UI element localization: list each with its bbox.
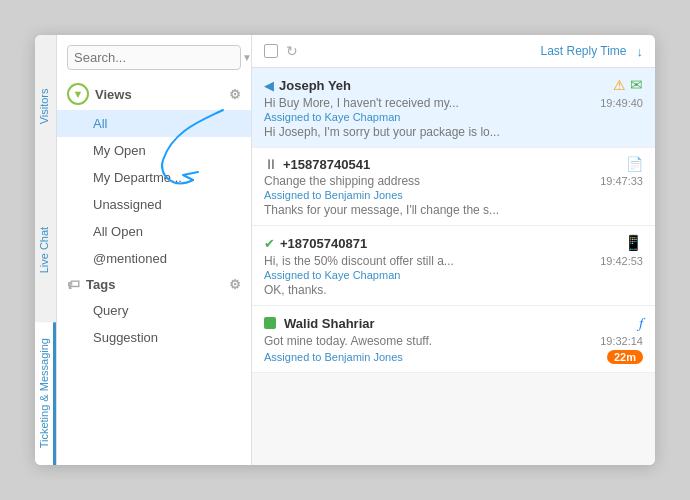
nav-item-allopen[interactable]: All Open — [57, 218, 251, 245]
conversation-list: ◀ Joseph Yeh ⚠ ✉ Hi Buy More, I haven't … — [252, 68, 655, 465]
nav-item-mentioned[interactable]: @mentioned — [57, 245, 251, 272]
conversation-item[interactable]: ✔ +18705740871 📱 Hi, is the 50% discount… — [252, 226, 655, 306]
convo-icons: 📱 — [624, 234, 643, 252]
search-bar[interactable]: ▼ 🔍 — [67, 45, 241, 70]
convo-assigned: Assigned to Benjamin Jones — [264, 189, 643, 201]
nav-item-query[interactable]: Query — [57, 297, 251, 324]
sort-direction-icon[interactable]: ↓ — [637, 44, 644, 59]
whatsapp-icon: 📱 — [624, 234, 643, 252]
dropdown-arrow-icon: ▼ — [242, 52, 252, 63]
convo-assigned: Assigned to Benjamin Jones — [264, 351, 403, 363]
convo-icons: 𝑓 — [639, 314, 643, 332]
convo-name: Walid Shahriar — [284, 316, 375, 331]
convo-name-row: ⏸ +15878740541 — [264, 156, 370, 172]
convo-preview: Hi Buy More, I haven't received my... — [264, 96, 459, 110]
email-icon: ✉ — [630, 76, 643, 94]
filter-icon: ▼ — [67, 83, 89, 105]
vertical-tab-list: Visitors Live Chat Ticketing & Messaging — [35, 35, 57, 465]
convo-top-row: ◀ Joseph Yeh ⚠ ✉ — [264, 76, 643, 94]
status-dot — [264, 317, 276, 329]
select-all-checkbox[interactable] — [264, 44, 278, 58]
convo-top-row: ✔ +18705740871 📱 — [264, 234, 643, 252]
tab-visitors[interactable]: Visitors — [35, 35, 56, 178]
convo-reply-preview: Thanks for your message, I'll change the… — [264, 203, 499, 217]
conversation-item[interactable]: ⏸ +15878740541 📄 Change the shipping add… — [252, 148, 655, 226]
convo-time: 19:47:33 — [600, 175, 643, 187]
nav-item-suggestion[interactable]: Suggestion — [57, 324, 251, 351]
views-gear-icon[interactable]: ⚙ — [229, 87, 241, 102]
convo-preview: Change the shipping address — [264, 174, 420, 188]
convo-name: +18705740871 — [280, 236, 367, 251]
nav-item-mydept[interactable]: My Departme... — [57, 164, 251, 191]
sidebar: ▼ 🔍 ▼ Views ⚙ All My Open My Departme...… — [57, 35, 252, 465]
tags-gear-icon[interactable]: ⚙ — [229, 277, 241, 292]
convo-preview: Hi, is the 50% discount offer still a... — [264, 254, 454, 268]
convo-time: 19:49:40 — [600, 97, 643, 109]
views-section-header: ▼ Views ⚙ — [57, 78, 251, 110]
views-label: Views — [95, 87, 132, 102]
tag-icon: 🏷 — [67, 277, 80, 292]
main-header: ↻ Last Reply Time ↓ — [252, 35, 655, 68]
pause-icon: ⏸ — [264, 156, 278, 172]
tags-label: Tags — [86, 277, 115, 292]
sort-label[interactable]: Last Reply Time — [540, 44, 626, 58]
convo-name-row: ✔ +18705740871 — [264, 236, 367, 251]
convo-name-row: Walid Shahriar — [264, 316, 375, 331]
facebook-icon: 𝑓 — [639, 314, 643, 332]
check-icon: ✔ — [264, 236, 275, 251]
refresh-icon[interactable]: ↻ — [286, 43, 298, 59]
tab-livechat[interactable]: Live Chat — [35, 178, 56, 321]
convo-top-row: Walid Shahriar 𝑓 — [264, 314, 643, 332]
tab-ticketing[interactable]: Ticketing & Messaging — [35, 322, 56, 465]
tags-section-header-left: 🏷 Tags — [67, 277, 115, 292]
convo-name: +15878740541 — [283, 157, 370, 172]
convo-assigned: Assigned to Kaye Chapman — [264, 269, 643, 281]
alert-icon: ⚠ — [613, 77, 626, 93]
convo-icons: 📄 — [626, 156, 643, 172]
views-section-header-left: ▼ Views — [67, 83, 132, 105]
convo-reply-preview: OK, thanks. — [264, 283, 327, 297]
nav-item-myopen[interactable]: My Open — [57, 137, 251, 164]
convo-reply-preview: Hi Joseph, I'm sorry but your package is… — [264, 125, 500, 139]
convo-name: Joseph Yeh — [279, 78, 351, 93]
nav-item-all[interactable]: All — [57, 110, 251, 137]
search-input[interactable] — [74, 50, 242, 65]
nav-item-unassigned[interactable]: Unassigned — [57, 191, 251, 218]
convo-assigned: Assigned to Kaye Chapman — [264, 111, 643, 123]
convo-time: 19:32:14 — [600, 335, 643, 347]
main-content: ↻ Last Reply Time ↓ ◀ Joseph Yeh ⚠ ✉ — [252, 35, 655, 465]
reply-icon: ◀ — [264, 78, 274, 93]
conversation-item[interactable]: Walid Shahriar 𝑓 Got mine today. Awesome… — [252, 306, 655, 373]
tags-section-header: 🏷 Tags ⚙ — [57, 272, 251, 297]
convo-top-row: ⏸ +15878740541 📄 — [264, 156, 643, 172]
convo-icons: ⚠ ✉ — [613, 76, 643, 94]
app-container: Visitors Live Chat Ticketing & Messaging… — [35, 35, 655, 465]
doc-icon: 📄 — [626, 156, 643, 172]
convo-name-row: ◀ Joseph Yeh — [264, 78, 351, 93]
convo-time: 19:42:53 — [600, 255, 643, 267]
unread-badge: 22m — [607, 350, 643, 364]
convo-preview: Got mine today. Awesome stuff. — [264, 334, 432, 348]
conversation-item[interactable]: ◀ Joseph Yeh ⚠ ✉ Hi Buy More, I haven't … — [252, 68, 655, 148]
